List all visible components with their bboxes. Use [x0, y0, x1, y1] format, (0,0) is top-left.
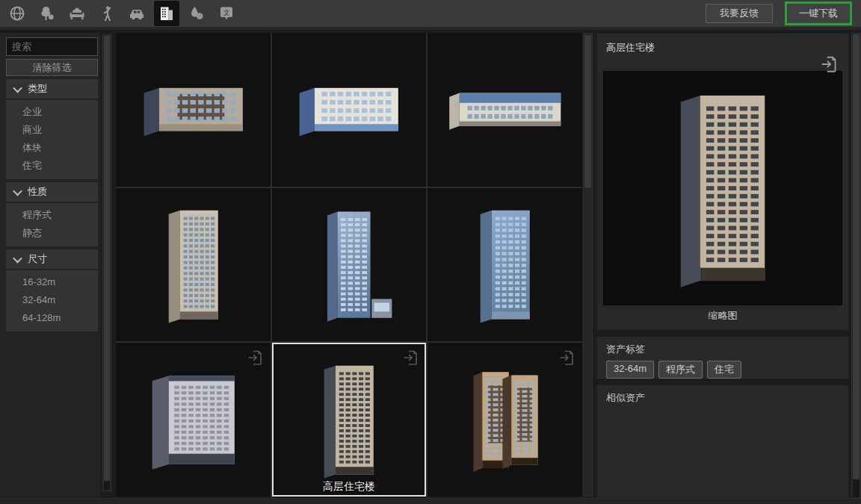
horizontal-scrollbar-track [0, 498, 861, 504]
sidebar-scrollbar-thumb[interactable] [104, 36, 110, 481]
filter-section-title: 性质 [28, 185, 47, 199]
filter-option[interactable]: 程序式 [6, 206, 98, 224]
filter-option[interactable]: 64-128m [6, 309, 98, 327]
filter-sidebar: 清除筛选 类型企业商业体块住宅性质程序式静态尺寸16-32m32-64m64-1… [0, 33, 100, 497]
thumbnail-caption: 缩略图 [597, 305, 848, 326]
filter-option[interactable]: 住宅 [6, 157, 98, 175]
asset-card[interactable] [116, 33, 271, 187]
filter-option[interactable]: 商业 [6, 121, 98, 139]
svg-text:文: 文 [223, 8, 230, 16]
globe-icon[interactable] [4, 1, 30, 26]
filter-option[interactable]: 32-64m [6, 291, 98, 309]
grid-scrollbar-thumb[interactable] [584, 35, 591, 187]
asset-thumbnail [442, 349, 568, 491]
panel-scrollbar-thumb[interactable] [853, 34, 860, 479]
filter-section-title: 类型 [28, 82, 47, 96]
asset-thumbnail [286, 39, 412, 180]
asset-card-selected[interactable]: 高层住宅楼 [272, 343, 427, 497]
chevron-down-icon [13, 253, 22, 263]
toolbar-icons: 文 [0, 1, 239, 26]
filter-section-title: 尺寸 [28, 252, 47, 266]
import-asset-icon[interactable] [558, 349, 576, 367]
asset-tag-chip[interactable]: 住宅 [707, 361, 741, 379]
search-input[interactable] [6, 37, 98, 56]
similar-assets-section: 相似资产 [596, 385, 849, 498]
water-icon[interactable] [184, 1, 209, 26]
detail-preview-image [611, 76, 835, 300]
clear-filter-button[interactable]: 清除筛选 [6, 59, 98, 76]
props-icon[interactable] [64, 1, 90, 26]
asset-thumbnail [286, 349, 412, 491]
import-asset-icon[interactable] [820, 55, 839, 74]
asset-label: 高层住宅楼 [272, 480, 427, 494]
asset-card[interactable] [428, 33, 582, 187]
filter-option[interactable]: 16-32m [6, 273, 98, 291]
filter-section-header[interactable]: 性质 [6, 182, 98, 202]
top-toolbar: 文 我要反馈 一键下载 [0, 0, 861, 30]
asset-thumbnail [286, 194, 412, 335]
panel-scrollbar-end [853, 479, 860, 497]
chevron-down-icon [13, 83, 22, 93]
import-asset-icon[interactable] [402, 349, 420, 367]
asset-card[interactable] [272, 188, 427, 342]
sidebar-scrollbar-track [102, 34, 111, 491]
filter-option[interactable]: 体块 [6, 139, 98, 157]
grid-scrollbar-track [583, 33, 593, 497]
asset-tags-title: 资产标签 [606, 343, 839, 356]
filter-option[interactable]: 静态 [6, 224, 98, 242]
vegetation-icon[interactable] [34, 1, 60, 26]
sign-icon[interactable]: 文 [214, 1, 239, 26]
filter-section-header[interactable]: 尺寸 [6, 249, 98, 269]
asset-tag-chip[interactable]: 程序式 [658, 361, 703, 379]
asset-card[interactable] [428, 188, 582, 342]
tag-list: 32-64m程序式住宅 [606, 361, 839, 379]
character-icon[interactable] [94, 1, 120, 26]
asset-thumbnail [442, 39, 568, 180]
asset-tag-chip[interactable]: 32-64m [606, 361, 654, 379]
building-icon[interactable] [154, 1, 179, 26]
chevron-down-icon [13, 186, 22, 196]
asset-card[interactable] [272, 33, 427, 187]
asset-tags-section: 资产标签 32-64m程序式住宅 [596, 336, 849, 379]
detail-panel: 高层住宅楼 缩略图 资产标签 32-64m程序式住宅 相似资产 [596, 33, 849, 498]
filter-section-header[interactable]: 类型 [6, 79, 98, 99]
detail-title: 高层住宅楼 [597, 34, 848, 55]
asset-thumbnail [442, 194, 568, 335]
asset-card[interactable] [116, 343, 271, 497]
asset-grid: 高层住宅楼 [116, 33, 582, 497]
import-asset-icon[interactable] [247, 349, 265, 367]
asset-card[interactable] [428, 343, 582, 497]
asset-thumbnail [130, 349, 256, 491]
download-button[interactable]: 一键下载 [785, 1, 852, 25]
vehicle-icon[interactable] [124, 1, 149, 26]
feedback-button[interactable]: 我要反馈 [706, 4, 773, 23]
sidebar-sections: 类型企业商业体块住宅性质程序式静态尺寸16-32m32-64m64-128m [6, 79, 98, 332]
similar-assets-title: 相似资产 [606, 391, 839, 405]
filter-option[interactable]: 企业 [6, 103, 98, 121]
sidebar-scrollbar-end [104, 481, 110, 490]
asset-thumbnail [130, 194, 256, 335]
panel-scrollbar-track [851, 33, 861, 499]
asset-thumbnail [130, 39, 256, 180]
detail-preview-box [603, 71, 842, 305]
asset-card[interactable] [116, 188, 271, 342]
detail-preview-section: 高层住宅楼 缩略图 [596, 33, 849, 331]
